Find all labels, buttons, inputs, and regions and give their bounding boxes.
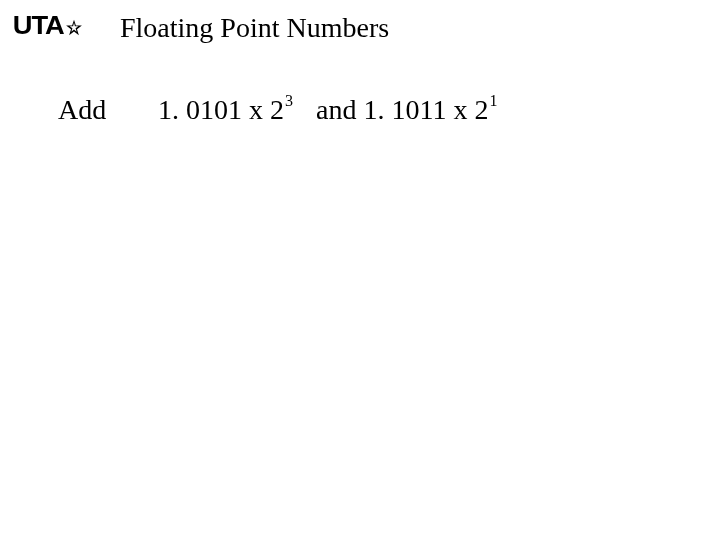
term2-base-value: 2 xyxy=(474,94,488,125)
term1-base-value: 2 xyxy=(270,94,284,125)
expression: 1. 0101 x 2 3 and 1. 1011 x 2 1 xyxy=(158,94,488,126)
logo-text: UTA xyxy=(13,10,64,41)
term2-mantissa: 1. 1011 xyxy=(363,94,446,126)
term2-exponent: 1 xyxy=(489,92,497,110)
term2-times: x xyxy=(446,94,474,126)
slide-title: Floating Point Numbers xyxy=(120,12,389,44)
term1-mantissa: 1. 0101 xyxy=(158,94,242,126)
term1-exponent: 3 xyxy=(285,92,293,110)
uta-logo: UTA xyxy=(14,10,83,41)
term2-base: 2 1 xyxy=(474,94,488,126)
problem-row: Add 1. 0101 x 2 3 and 1. 1011 x 2 1 xyxy=(58,94,488,126)
slide: UTA Floating Point Numbers Add 1. 0101 x… xyxy=(0,0,720,540)
term1-times: x xyxy=(242,94,270,126)
term1-base: 2 3 xyxy=(270,94,284,126)
conjunction: and xyxy=(302,94,363,126)
problem-label: Add xyxy=(58,94,158,126)
star-icon xyxy=(65,19,83,37)
